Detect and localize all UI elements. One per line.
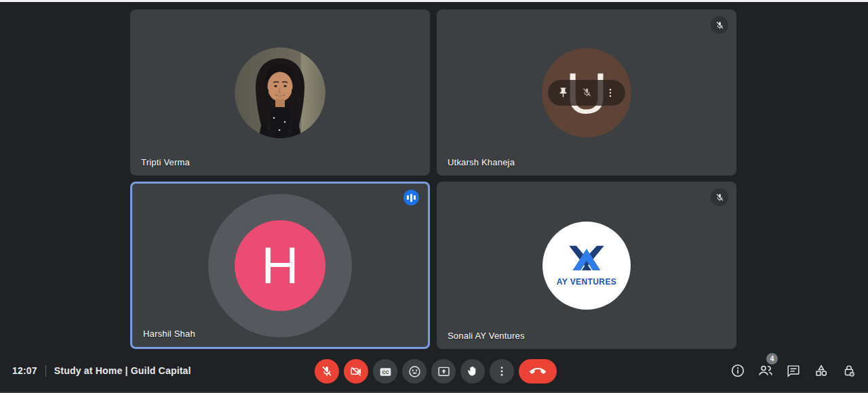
mic-off-icon xyxy=(320,365,334,378)
pin-icon xyxy=(557,87,569,98)
audio-activity-indicator xyxy=(403,190,419,205)
pin-button[interactable] xyxy=(554,84,572,102)
tile-more-options-button[interactable] xyxy=(601,84,619,102)
mic-off-icon xyxy=(715,20,725,30)
clock: 12:07 xyxy=(12,365,37,376)
camera-off-button[interactable] xyxy=(344,359,368,384)
participant-name: Utkarsh Khaneja xyxy=(448,157,515,167)
raise-hand-icon xyxy=(466,365,479,378)
divider xyxy=(45,365,46,377)
smiley-icon xyxy=(408,365,422,379)
participant-tile-tripti-verma[interactable]: Tripti Verma xyxy=(130,9,430,175)
people-button[interactable]: 4 xyxy=(757,362,774,379)
participant-name: Harshil Shah xyxy=(143,329,195,339)
end-call-button[interactable] xyxy=(519,359,557,384)
logo-wordmark: AY VENTURES xyxy=(557,277,616,287)
activities-icon xyxy=(814,363,829,378)
call-controls: CC xyxy=(315,359,557,384)
participant-tile-utkarsh-khaneja[interactable]: U xyxy=(437,9,736,175)
tile-hover-controls xyxy=(548,80,625,106)
participant-name: Sonali AY Ventures xyxy=(448,331,525,341)
participant-tile-sonali-ay-ventures[interactable]: AY VENTURES Sonali AY Ventures xyxy=(437,182,736,349)
more-vertical-icon xyxy=(496,365,508,377)
muted-indicator xyxy=(711,188,728,206)
avatar xyxy=(235,47,326,138)
participant-photo xyxy=(235,47,326,138)
people-icon xyxy=(757,363,774,379)
host-controls-button[interactable] xyxy=(840,362,858,379)
present-screen-button[interactable] xyxy=(431,359,456,384)
captions-button[interactable]: CC xyxy=(373,359,397,384)
meeting-details-button[interactable] xyxy=(729,362,747,379)
panel-controls: 4 xyxy=(729,348,858,393)
meeting-title: Study at Home | Guild Capital xyxy=(54,365,191,376)
svg-text:CC: CC xyxy=(382,369,389,374)
letter-avatar: H xyxy=(235,220,326,311)
mic-mute-button[interactable] xyxy=(315,359,339,384)
chat-button[interactable] xyxy=(785,362,802,379)
logo-avatar: AY VENTURES xyxy=(542,222,631,310)
ay-ventures-logo xyxy=(561,244,612,276)
mute-participant-button[interactable] xyxy=(578,84,595,102)
present-screen-icon xyxy=(437,365,451,379)
end-call-icon xyxy=(530,363,546,379)
info-icon xyxy=(730,363,745,378)
more-options-button[interactable] xyxy=(490,359,514,384)
camera-off-icon xyxy=(349,365,363,378)
participant-name: Tripti Verma xyxy=(141,157,190,167)
activities-button[interactable] xyxy=(812,362,830,379)
participant-tile-harshil-shah[interactable]: H Harshil Shah xyxy=(130,182,430,349)
muted-indicator xyxy=(711,16,728,34)
video-grid: Tripti Verma U xyxy=(130,9,736,349)
window-top-edge xyxy=(0,0,868,2)
captions-icon: CC xyxy=(378,365,393,379)
control-bar: 12:07 Study at Home | Guild Capital CC xyxy=(0,348,868,393)
host-controls-lock-icon xyxy=(842,363,856,378)
participant-count-badge: 4 xyxy=(766,353,778,365)
avatar-initial: H xyxy=(262,240,299,291)
meeting-info: 12:07 Study at Home | Guild Capital xyxy=(12,348,191,393)
chat-icon xyxy=(786,363,801,378)
more-vertical-icon xyxy=(605,87,616,98)
mic-off-icon xyxy=(581,87,593,98)
reactions-button[interactable] xyxy=(402,359,427,384)
raise-hand-button[interactable] xyxy=(460,359,485,384)
mic-off-icon xyxy=(715,192,725,203)
